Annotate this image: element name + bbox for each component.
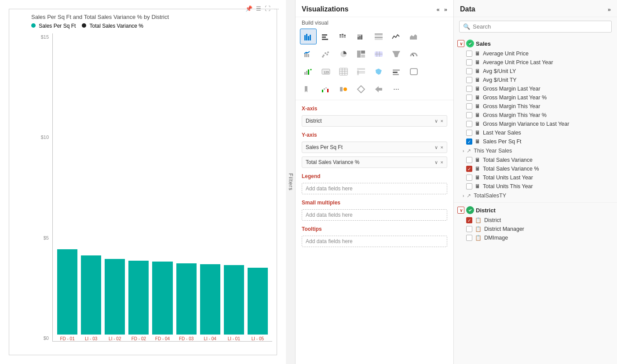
tree-item-gm-var-ly[interactable]: 🖩 Gross Margin Variance to Last Year: [454, 120, 617, 128]
viz-icon-shape[interactable]: [405, 64, 422, 80]
bar-group-FD---03[interactable]: FD - 03: [176, 263, 197, 341]
viz-icon-arrow[interactable]: [370, 81, 387, 97]
x-axis-remove[interactable]: ×: [441, 118, 443, 124]
tree-item-dmimage[interactable]: 📋 DMImage: [454, 233, 617, 242]
total-sales-ty-expand[interactable]: ›: [463, 193, 464, 198]
tooltips-field[interactable]: Add data fields here: [302, 236, 447, 247]
viz-icon-stacked[interactable]: [335, 29, 352, 44]
district-group-expand-checkbox[interactable]: ∨: [457, 207, 464, 214]
viz-icon-diamond[interactable]: [353, 81, 369, 97]
viz-icon-card[interactable]: 123: [318, 64, 334, 80]
viz-icon-column-chart[interactable]: [318, 29, 334, 44]
svg-rect-2: [308, 36, 309, 40]
y-axis-2-remove[interactable]: ×: [441, 160, 443, 165]
search-input[interactable]: [473, 23, 608, 30]
tree-item-total-units-ty[interactable]: 🖩 Total Units This Year: [454, 182, 617, 191]
tree-item-total-units-ly[interactable]: 🖩 Total Units Last Year: [454, 173, 617, 182]
tree-item-gm-ly-pct[interactable]: 🖩 Gross Margin Last Year %: [454, 93, 617, 102]
viz-icon-matrix[interactable]: [370, 29, 387, 44]
bar-group-LI---02[interactable]: LI - 02: [105, 259, 125, 341]
viz-icon-scatter[interactable]: [318, 46, 334, 62]
bar-group-FD---04[interactable]: FD - 04: [152, 262, 172, 341]
total-units-ly-checkbox[interactable]: [466, 175, 472, 181]
bar-group-FD---02[interactable]: FD - 02: [128, 261, 149, 341]
tree-item-sales-per-sqft[interactable]: ✓ 🖩 Sales Per Sq Ft: [454, 137, 617, 146]
y-axis-field-2[interactable]: Total Sales Variance % ∨ ×: [302, 157, 447, 168]
tree-group-sales-header[interactable]: ∨ Sales: [454, 38, 617, 49]
bar-group-LI---05[interactable]: LI - 05: [248, 268, 268, 341]
viz-icon-tree[interactable]: [353, 46, 369, 62]
viz-icon-custom1[interactable]: [335, 81, 352, 97]
avg-unit-ty-checkbox[interactable]: [466, 77, 472, 83]
tree-item-gm-ly[interactable]: 🖩 Gross Margin Last Year: [454, 84, 617, 93]
district-manager-checkbox[interactable]: [466, 226, 472, 232]
tree-group-district-header[interactable]: ∨ District: [454, 204, 617, 216]
tree-item-avg-unit-price-ly[interactable]: 🖩 Average Unit Price Last Year: [454, 58, 617, 67]
gm-ly-checkbox[interactable]: [466, 86, 472, 92]
x-axis-label: X-axis: [296, 102, 453, 113]
viz-icon-funnel[interactable]: [388, 46, 405, 62]
viz-icon-map[interactable]: [370, 46, 387, 62]
bar-group-LI---01[interactable]: LI - 01: [224, 265, 244, 341]
viz-icon-100pct[interactable]: [353, 29, 369, 44]
viz-icon-more[interactable]: ···: [388, 81, 405, 97]
total-units-ty-checkbox[interactable]: [466, 183, 472, 189]
sales-per-sqft-checkbox[interactable]: ✓: [466, 138, 472, 145]
tree-item-ly-sales[interactable]: 🖩 Last Year Sales: [454, 128, 617, 137]
x-axis-chevron[interactable]: ∨: [434, 118, 438, 124]
tree-item-avg-unit-ty[interactable]: 🖩 Avg $/Unit TY: [454, 76, 617, 84]
bar-group-FD---01[interactable]: FD - 01: [57, 249, 77, 341]
viz-icon-line[interactable]: [388, 29, 405, 44]
total-sales-var-checkbox[interactable]: [466, 157, 472, 163]
viz-icon-pie[interactable]: [335, 46, 352, 62]
bar-group-LI---03[interactable]: LI - 03: [81, 255, 101, 341]
district-checkbox[interactable]: ✓: [466, 217, 472, 223]
data-search-box[interactable]: 🔍: [459, 21, 612, 33]
avg-unit-price-ly-checkbox[interactable]: [466, 59, 472, 66]
viz-icon-table[interactable]: [335, 64, 352, 80]
tree-item-district[interactable]: ✓ 📋 District: [454, 216, 617, 225]
viz-icon-combo[interactable]: [300, 46, 317, 62]
viz-icon-matrix2[interactable]: [353, 64, 369, 80]
filters-sidebar[interactable]: Filters: [286, 0, 296, 364]
viz-panel-prev-icon[interactable]: «: [437, 6, 440, 13]
y-axis-1-chevron[interactable]: ∨: [434, 145, 438, 150]
viz-icon-filled-map[interactable]: [370, 64, 387, 80]
y-axis-2-chevron[interactable]: ∨: [434, 160, 438, 165]
gm-var-ly-checkbox[interactable]: [466, 121, 472, 127]
total-sales-var-pct-checkbox[interactable]: ✓: [466, 166, 472, 172]
viz-icon-slicer[interactable]: [388, 64, 405, 80]
tree-item-gm-ty-pct[interactable]: 🖩 Gross Margin This Year %: [454, 111, 617, 120]
sales-group-expand-checkbox[interactable]: ∨: [457, 40, 464, 47]
small-multiples-field[interactable]: Add data fields here: [302, 209, 447, 221]
legend-field[interactable]: Add data fields here: [302, 183, 447, 194]
this-year-sales-header[interactable]: › ↗ This Year Sales: [454, 146, 617, 156]
y-axis-1-remove[interactable]: ×: [441, 145, 443, 150]
viz-icon-area[interactable]: [405, 29, 422, 44]
viz-icon-bar-chart[interactable]: [300, 29, 317, 44]
tree-item-avg-unit-price[interactable]: 🖩 Average Unit Price: [454, 49, 617, 58]
tree-item-total-sales-var-pct[interactable]: ✓ 🖩 Total Sales Variance %: [454, 164, 617, 173]
tree-item-avg-unit-ly[interactable]: 🖩 Avg $/Unit LY: [454, 67, 617, 76]
viz-icon-waterfall[interactable]: [318, 81, 334, 97]
dmimage-checkbox[interactable]: [466, 235, 472, 241]
total-sales-ty-header[interactable]: › ↗ TotalSalesTY: [454, 191, 617, 200]
viz-icon-ribbon[interactable]: [300, 81, 317, 97]
avg-unit-ly-checkbox[interactable]: [466, 68, 472, 74]
gm-ty-checkbox[interactable]: [466, 103, 472, 109]
data-panel-expand[interactable]: »: [608, 6, 611, 13]
ly-sales-checkbox[interactable]: [466, 130, 472, 136]
tree-item-total-sales-var[interactable]: 🖩 Total Sales Variance: [454, 156, 617, 164]
tree-item-district-manager[interactable]: 📋 District Manager: [454, 225, 617, 233]
x-axis-field[interactable]: District ∨ ×: [302, 115, 447, 127]
gm-ly-pct-checkbox[interactable]: [466, 95, 472, 101]
gm-ty-pct-checkbox[interactable]: [466, 112, 472, 118]
bar-group-LI---04[interactable]: LI - 04: [200, 264, 220, 341]
viz-panel-next-icon[interactable]: »: [444, 6, 447, 13]
tree-item-gm-ty[interactable]: 🖩 Gross Margin This Year: [454, 102, 617, 111]
viz-icon-kpi[interactable]: [300, 64, 317, 80]
viz-icon-gauge[interactable]: [405, 46, 422, 62]
y-axis-field-1[interactable]: Sales Per Sq Ft ∨ ×: [302, 142, 447, 153]
this-year-sales-expand[interactable]: ›: [463, 149, 464, 153]
avg-unit-price-checkbox[interactable]: [466, 51, 472, 57]
